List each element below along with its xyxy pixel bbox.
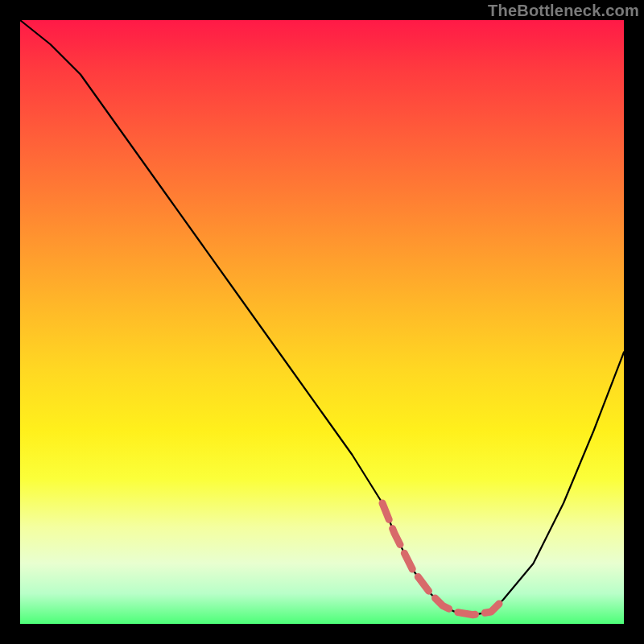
optimal-range-highlight <box>382 503 503 615</box>
curve-svg <box>20 20 624 624</box>
watermark-label: TheBottleneck.com <box>488 2 639 20</box>
plot-area <box>20 20 624 624</box>
bottleneck-curve <box>20 20 624 615</box>
chart-frame: TheBottleneck.com <box>0 0 644 644</box>
